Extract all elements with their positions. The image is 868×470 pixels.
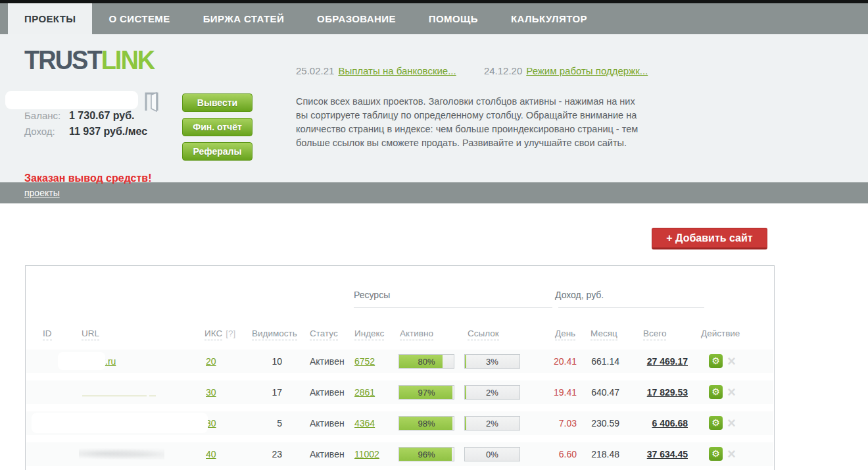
iks-value-link[interactable]: 20 xyxy=(206,356,216,367)
total-income-link[interactable]: 6 406.68 xyxy=(652,418,688,429)
news-date: 24.12.20 xyxy=(484,65,522,76)
cell-status: Активен xyxy=(310,380,345,404)
col-header-action: Действие xyxy=(701,328,740,338)
col-header-links[interactable]: Ссылок xyxy=(468,328,499,338)
nav-tab-calculator[interactable]: КАЛЬКУЛЯТОР xyxy=(494,3,604,34)
cell-index: 4364 xyxy=(354,411,375,435)
redacted-id-url xyxy=(32,413,208,433)
cell-income-total: 17 829.53 xyxy=(617,380,688,404)
col-header-day[interactable]: День xyxy=(555,328,575,338)
links-percent-label: 2% xyxy=(465,386,519,400)
cell-status: Активен xyxy=(310,350,345,373)
col-header-active[interactable]: Активно xyxy=(400,328,433,338)
cell-iks: 20 xyxy=(206,350,216,373)
cell-status: Активен xyxy=(310,411,345,435)
fin-report-button[interactable]: Фин. отчёт xyxy=(182,118,253,136)
cell-index: 6752 xyxy=(354,350,375,373)
referrals-button[interactable]: Рефералы xyxy=(182,142,253,161)
table-row: 30 17 Активен 2861 97% 2% 19.41 640.47 1… xyxy=(26,380,773,404)
nav-tab-articles[interactable]: БИРЖА СТАТЕЙ xyxy=(187,3,301,34)
income-label: Доход: xyxy=(24,124,69,140)
news-link-payments[interactable]: Выплаты на банковские... xyxy=(338,65,456,76)
links-percent-label: 2% xyxy=(465,417,519,431)
table-row: remtlt.ru 20 10 Активен 6752 80% 3% 20.4… xyxy=(26,350,773,373)
cell-income-month: 661.14 xyxy=(575,350,619,373)
delete-site-button[interactable]: × xyxy=(727,351,736,372)
cell-income-day: 6.60 xyxy=(532,442,577,466)
redacted-username xyxy=(5,91,138,109)
group-divider-income xyxy=(558,307,704,308)
total-income-link[interactable]: 37 634.45 xyxy=(647,449,688,459)
cell-income-day: 20.41 xyxy=(532,350,577,373)
cell-iks: 30 xyxy=(206,380,216,404)
delete-site-button[interactable]: × xyxy=(727,444,736,465)
col-header-visibility[interactable]: Видимость xyxy=(252,328,297,338)
nav-tab-education[interactable]: ОБРАЗОВАНИЕ xyxy=(301,3,412,34)
nav-tab-about[interactable]: О СИСТЕМЕ xyxy=(92,3,186,34)
breadcrumb-projects-link[interactable]: проекты xyxy=(24,188,60,198)
delete-site-button[interactable]: × xyxy=(727,413,736,434)
links-percent-label: 3% xyxy=(465,355,519,369)
news-link-support[interactable]: Режим работы поддержк... xyxy=(526,65,648,76)
breadcrumb: проекты xyxy=(0,182,868,203)
col-header-url[interactable]: URL xyxy=(82,328,99,338)
iks-help-icon[interactable]: [?] xyxy=(226,328,235,338)
links-progress-bar: 0% xyxy=(464,447,520,461)
iks-value-link[interactable]: 30 xyxy=(206,387,216,398)
balance-value: 1 730.67 руб. xyxy=(69,110,135,121)
links-progress-bar: 2% xyxy=(464,385,520,400)
index-value-link[interactable]: 2861 xyxy=(354,387,375,398)
nav-tab-help[interactable]: ПОМОЩЬ xyxy=(412,3,494,34)
logo-link: LINK xyxy=(101,45,155,74)
nav-tab-projects[interactable]: ПРОЕКТЫ xyxy=(8,3,92,34)
cell-index: 2861 xyxy=(354,380,375,404)
index-value-link[interactable]: 11002 xyxy=(354,449,379,459)
cell-income-month: 230.59 xyxy=(575,411,619,435)
redacted-id xyxy=(58,352,105,370)
trustlink-logo[interactable]: TRUSTLINK xyxy=(24,45,154,75)
cell-visibility: 23 xyxy=(243,442,282,466)
add-site-button[interactable]: + Добавить сайт xyxy=(652,228,767,249)
account-balance-block: Баланс:1 730.67 руб. Доход:11 937 руб./м… xyxy=(24,108,147,140)
delete-site-button[interactable]: × xyxy=(727,382,736,403)
cell-index: 11002 xyxy=(354,442,379,466)
col-header-id[interactable]: ID xyxy=(43,328,52,338)
active-progress-bar: 97% xyxy=(398,385,454,400)
settings-gear-button[interactable]: ⚙ xyxy=(709,416,723,430)
col-header-status[interactable]: Статус xyxy=(310,328,338,338)
col-header-month[interactable]: Месяц xyxy=(591,328,617,338)
withdraw-button[interactable]: Вывести xyxy=(182,93,253,112)
cell-visibility: 5 xyxy=(243,411,282,435)
total-income-link[interactable]: 27 469.17 xyxy=(647,356,688,367)
settings-gear-button[interactable]: ⚙ xyxy=(709,385,723,399)
active-percent-label: 96% xyxy=(399,448,454,462)
table-row: 40 23 Активен 11002 96% 0% 6.60 218.48 3… xyxy=(26,442,773,466)
active-percent-label: 80% xyxy=(399,355,454,369)
settings-gear-button[interactable]: ⚙ xyxy=(709,354,723,368)
cell-iks: 40 xyxy=(206,442,216,466)
settings-gear-button[interactable]: ⚙ xyxy=(709,447,723,461)
withdrawal-ordered-alert: Заказан вывод средств! xyxy=(24,172,151,184)
links-progress-bar: 2% xyxy=(464,416,520,431)
group-header-income: Доход, руб. xyxy=(555,290,604,300)
table-row: 30 5 Активен 4364 98% 2% 7.03 230.59 6 4… xyxy=(26,411,773,435)
main-content: + Добавить сайт Ресурсы Доход, руб. ID U… xyxy=(0,203,868,465)
col-header-iks[interactable]: ИКС[?] xyxy=(205,328,235,338)
cell-income-total: 6 406.68 xyxy=(617,411,688,435)
active-percent-label: 97% xyxy=(399,386,454,400)
cell-income-month: 640.47 xyxy=(575,380,619,404)
cell-income-total: 27 469.17 xyxy=(617,350,688,373)
cell-income-total: 37 634.45 xyxy=(617,442,688,466)
cell-income-month: 218.48 xyxy=(575,442,619,466)
index-value-link[interactable]: 6752 xyxy=(354,356,375,367)
links-percent-label: 0% xyxy=(465,448,519,462)
col-header-total[interactable]: Всего xyxy=(643,328,666,338)
redacted-url xyxy=(82,396,181,406)
news-date: 25.02.21 xyxy=(296,65,334,76)
active-progress-bar: 80% xyxy=(398,354,454,369)
col-header-index[interactable]: Индекс xyxy=(354,328,384,338)
index-value-link[interactable]: 4364 xyxy=(354,418,375,429)
total-income-link[interactable]: 17 829.53 xyxy=(647,387,688,398)
iks-value-link[interactable]: 40 xyxy=(206,449,216,459)
active-progress-bar: 98% xyxy=(398,416,454,431)
